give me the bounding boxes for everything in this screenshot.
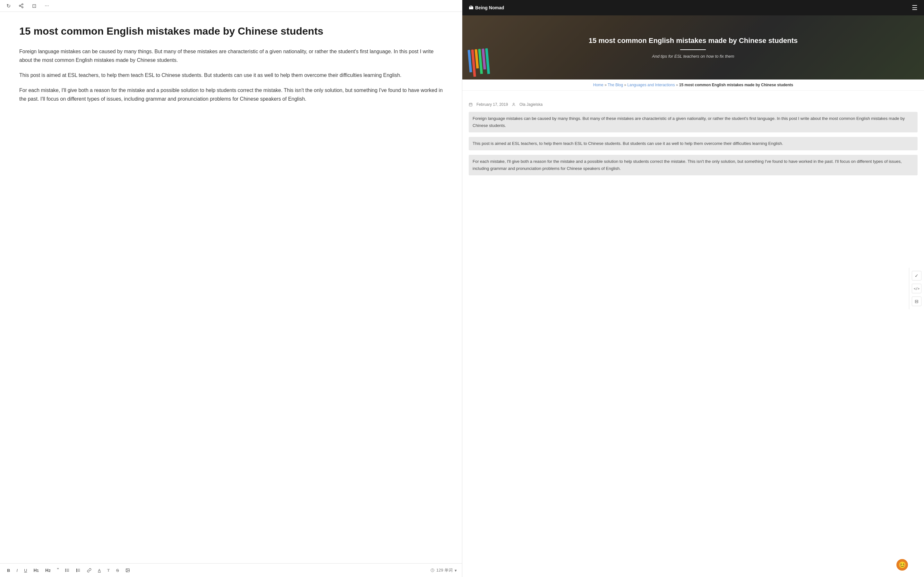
editor-title: 15 most common English mistakes made by … (19, 25, 443, 38)
text-type-button[interactable]: T (105, 566, 111, 574)
calendar-icon (469, 103, 473, 106)
hamburger-menu[interactable]: ☰ (912, 4, 918, 11)
editor-para-3: For each mistake, I'll give both a reaso… (19, 86, 443, 103)
preview-panel: 🏔 Being Nomad ☰ 15 most common English m… (462, 0, 924, 577)
svg-point-1 (19, 5, 21, 6)
link-button[interactable] (85, 567, 94, 574)
editor-panel: ↻ ⊡ ··· 15 most common English mistakes … (0, 0, 462, 577)
svg-point-18 (127, 569, 128, 570)
breadcrumb-home[interactable]: Home (593, 83, 604, 87)
strikethrough-button[interactable]: S (114, 567, 121, 574)
svg-line-3 (21, 6, 22, 7)
svg-point-10 (65, 571, 66, 572)
pencil-decoration (467, 48, 490, 77)
hero-subtitle: And tips for ESL teachers on how to fix … (589, 54, 798, 59)
code-icon[interactable]: </> (912, 284, 921, 293)
hero-text: 15 most common English mistakes made by … (582, 36, 804, 59)
svg-point-0 (22, 3, 23, 5)
article-para-2: This post is aimed at ESL teachers, to h… (469, 137, 918, 150)
refresh-icon[interactable]: ↻ (5, 3, 11, 9)
bold-button[interactable]: B (5, 567, 12, 574)
check-icon[interactable]: ✓ (912, 271, 921, 280)
article-date: February 17, 2019 (477, 102, 508, 107)
site-navigation: 🏔 Being Nomad ☰ (462, 0, 924, 15)
hero-image: 15 most common English mistakes made by … (462, 15, 924, 79)
site-logo: 🏔 Being Nomad (469, 5, 504, 10)
word-count: 129 单词 ▾ (431, 567, 457, 573)
article-para-1: Foreign language mistakes can be caused … (469, 112, 918, 132)
editor-para-2: This post is aimed at ESL teachers, to h… (19, 71, 443, 79)
author-icon (512, 103, 515, 106)
italic-button[interactable]: I (15, 567, 19, 574)
svg-text:3: 3 (76, 571, 78, 572)
breadcrumb-current: 15 most common English mistakes made by … (679, 83, 793, 87)
unordered-list-button[interactable] (63, 567, 71, 574)
article-content: February 17, 2019 Ola Jagielska Foreign … (462, 96, 924, 186)
ordered-list-button[interactable]: 1 2 3 (74, 567, 82, 574)
text-color-button[interactable]: A (96, 567, 103, 574)
hero-title: 15 most common English mistakes made by … (589, 36, 798, 45)
breadcrumb-blog[interactable]: The Blog (607, 83, 623, 87)
svg-point-9 (65, 570, 66, 571)
image-button[interactable] (124, 567, 132, 574)
share-icon[interactable] (18, 3, 24, 9)
underline-button[interactable]: U (22, 567, 29, 574)
article-meta: February 17, 2019 Ola Jagielska (469, 102, 918, 107)
logo-icon: 🏔 (469, 5, 473, 10)
expand-icon[interactable]: ⊡ (31, 3, 37, 9)
svg-rect-20 (469, 103, 472, 106)
tray-icon[interactable]: ⊟ (912, 297, 921, 306)
svg-point-24 (513, 103, 514, 105)
h1-button[interactable]: H1 (31, 566, 41, 574)
breadcrumb-category[interactable]: Languages and Interactions (627, 83, 675, 87)
article-para-3: For each mistake, I'll give both a reaso… (469, 155, 918, 175)
more-icon[interactable]: ··· (44, 3, 50, 9)
svg-line-4 (21, 5, 22, 5)
hero-divider (680, 49, 706, 50)
bottom-toolbar: B I U H1 H2 " 1 2 3 A T S (0, 563, 462, 577)
h2-button[interactable]: H2 (43, 566, 53, 574)
top-toolbar: ↻ ⊡ ··· (0, 0, 462, 12)
breadcrumb: Home » The Blog » Languages and Interact… (462, 79, 924, 91)
svg-point-8 (65, 569, 66, 570)
article-author: Ola Jagielska (519, 102, 543, 107)
svg-point-2 (22, 7, 23, 8)
quote-button[interactable]: " (55, 566, 61, 574)
face-emoji-button[interactable]: 😊 (897, 559, 908, 571)
editor-para-1: Foreign language mistakes can be caused … (19, 47, 443, 64)
editor-content[interactable]: 15 most common English mistakes made by … (0, 12, 462, 563)
side-icons-panel: ✓ </> ⊟ (909, 268, 924, 309)
